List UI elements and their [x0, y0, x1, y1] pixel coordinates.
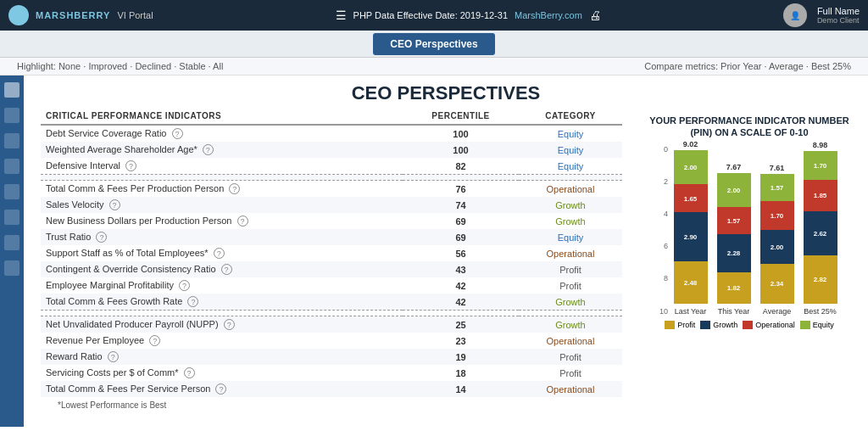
table-row: Servicing Costs per $ of Comm* ? 18 Prof… — [41, 365, 622, 381]
help-icon[interactable]: ? — [108, 351, 119, 362]
chart-area: 1086420 9.022.482.901.652.00Last Year7.6… — [659, 146, 839, 316]
legend-item: Profit — [665, 321, 695, 329]
row-category: Equity — [519, 229, 622, 245]
row-category: Operational — [519, 181, 622, 198]
legend-color — [743, 321, 753, 329]
sidebar-icon-7[interactable] — [4, 235, 19, 250]
table-row: New Business Dollars per Production Pers… — [41, 213, 622, 229]
row-category: Equity — [519, 158, 622, 175]
segment-value-label: 1.70 — [760, 211, 794, 219]
segment-value-label: 1.82 — [717, 284, 751, 292]
sidebar-icon-6[interactable] — [4, 210, 19, 225]
help-icon[interactable]: ? — [187, 296, 198, 307]
bar-group: 9.022.482.901.652.00Last Year — [671, 140, 709, 316]
table-row: Revenue Per Employee ? 23 Operational — [41, 333, 622, 349]
segment-value-label: 2.90 — [674, 233, 708, 241]
help-icon[interactable]: ? — [109, 199, 120, 210]
y-tick: 0 — [659, 146, 668, 154]
row-category: Growth — [519, 197, 622, 213]
help-icon[interactable]: ? — [237, 216, 248, 227]
bar-group-label: Last Year — [675, 307, 707, 316]
row-name: Total Comm & Fees Growth Rate ? — [41, 294, 403, 311]
row-percentile: 14 — [403, 381, 519, 397]
bar-total-label: 7.61 — [770, 164, 785, 172]
row-category: Operational — [519, 245, 622, 261]
table-row: Defensive Interval ? 82 Equity — [41, 158, 622, 175]
row-name: Total Comm & Fees Per Production Person … — [41, 181, 403, 198]
help-icon[interactable]: ? — [125, 160, 136, 171]
bar-segment: 2.00 — [717, 173, 751, 207]
tab-ceo-perspectives[interactable]: CEO Perspectives — [373, 33, 494, 55]
print-icon[interactable]: 🖨 — [589, 8, 601, 22]
legend-label: Operational — [755, 321, 795, 329]
sidebar-icon-3[interactable] — [4, 133, 19, 148]
row-category: Profit — [519, 261, 622, 277]
website-link[interactable]: MarshBerry.com — [515, 10, 582, 20]
help-icon[interactable]: ? — [149, 335, 160, 346]
segment-value-label: 2.48 — [674, 278, 708, 286]
bar-chart: 9.022.482.901.652.00Last Year7.671.822.2… — [671, 146, 839, 316]
row-category: Equity — [519, 125, 622, 142]
segment-value-label: 2.00 — [717, 187, 751, 194]
row-percentile: 69 — [403, 213, 519, 229]
portal-label: VI Portal — [117, 10, 153, 20]
demo-client: Demo Client — [817, 16, 860, 25]
table-row: Employee Marginal Profitability ? 42 Pro… — [41, 277, 622, 294]
nav-right: 👤 Full Name Demo Client — [783, 3, 860, 27]
chart-legend: Profit Growth Operational Equity — [665, 321, 834, 329]
help-icon[interactable]: ? — [229, 183, 240, 194]
bar-segment: 1.70 — [804, 151, 837, 180]
table-row: Total Comm & Fees Per Service Person ? 1… — [41, 381, 622, 397]
y-axis: 1086420 — [659, 146, 668, 316]
row-name: Debt Service Coverage Ratio ? — [41, 125, 403, 142]
row-name: Servicing Costs per $ of Comm* ? — [41, 365, 403, 381]
bar-segment: 2.62 — [804, 211, 837, 255]
logo: MARSHBERRY — [36, 10, 110, 20]
segment-value-label: 1.57 — [760, 184, 794, 192]
col-indicator: CRITICAL PERFORMANCE INDICATORS — [41, 108, 403, 125]
sidebar-icon-4[interactable] — [4, 159, 19, 174]
row-name: Contingent & Override Consistency Ratio … — [41, 261, 403, 277]
hamburger-icon[interactable]: ☰ — [336, 8, 347, 22]
legend-color — [700, 321, 710, 329]
footnote: *Lowest Performance is Best — [41, 397, 622, 413]
help-icon[interactable]: ? — [224, 319, 235, 330]
help-icon[interactable]: ? — [221, 264, 232, 275]
help-icon[interactable]: ? — [172, 128, 183, 139]
help-icon[interactable]: ? — [214, 248, 225, 259]
sidebar-icon-5[interactable] — [4, 184, 19, 199]
sidebar-home-icon[interactable] — [4, 82, 19, 98]
row-percentile: 23 — [403, 333, 519, 349]
segment-value-label: 2.34 — [760, 280, 794, 288]
bar-segment: 2.34 — [760, 264, 794, 304]
user-name: Full Name — [817, 6, 860, 16]
bar-segment: 1.65 — [674, 184, 708, 212]
legend-label: Equity — [813, 321, 834, 329]
row-percentile: 18 — [403, 365, 519, 381]
row-name: Reward Ratio ? — [41, 349, 403, 365]
sidebar-icon-8[interactable] — [4, 260, 19, 276]
legend-label: Growth — [713, 321, 737, 329]
help-icon[interactable]: ? — [184, 367, 195, 378]
row-percentile: 76 — [403, 181, 519, 198]
row-category: Equity — [519, 142, 622, 158]
table-row: Total Comm & Fees Per Production Person … — [41, 181, 622, 198]
table-row: Reward Ratio ? 19 Profit — [41, 349, 622, 365]
bar-segment: 1.85 — [804, 180, 837, 211]
row-category: Operational — [519, 333, 622, 349]
help-icon[interactable]: ? — [203, 144, 214, 155]
help-icon[interactable]: ? — [215, 383, 226, 395]
highlight-filter: Highlight: None · Improved · Declined · … — [17, 61, 223, 71]
bar-segment: 2.90 — [674, 212, 708, 261]
table-row: Sales Velocity ? 74 Growth — [41, 197, 622, 213]
row-category: Growth — [519, 213, 622, 229]
row-name: Employee Marginal Profitability ? — [41, 277, 403, 294]
row-category: Growth — [519, 316, 622, 333]
bar-segment: 1.70 — [760, 201, 794, 230]
bar-total-label: 7.67 — [726, 163, 742, 171]
help-icon[interactable]: ? — [179, 280, 190, 291]
segment-value-label: 2.82 — [804, 276, 837, 283]
legend-item: Operational — [743, 321, 795, 329]
help-icon[interactable]: ? — [96, 232, 107, 243]
sidebar-icon-2[interactable] — [4, 108, 19, 123]
